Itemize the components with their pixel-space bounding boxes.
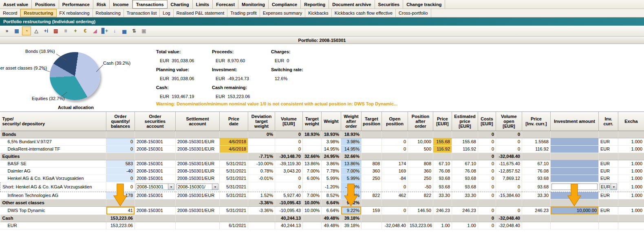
column-header-target-position[interactable]: Target position: [362, 112, 382, 131]
cell: 40,244.13: [275, 222, 303, 229]
column-header-costs-eur[interactable]: Costs [EUR]: [478, 112, 496, 131]
cell: 2008-150301/EUR: [176, 167, 220, 175]
euro-button[interactable]: €: [81, 26, 90, 35]
cell: 0: [382, 145, 408, 153]
add-info-button[interactable]: +i: [42, 26, 51, 35]
cell: 1.000: [618, 167, 644, 175]
add-button[interactable]: +: [71, 26, 80, 35]
cell: 116.92: [433, 145, 452, 153]
column-header-investment-amount[interactable]: Investment amount: [551, 112, 599, 131]
cell: [362, 199, 382, 206]
cell: [362, 222, 382, 229]
investment-amount-input[interactable]: [551, 184, 598, 190]
column-header-price-date[interactable]: Price date: [220, 112, 248, 131]
column-header-volume-open-eur[interactable]: Volume open [EUR]: [496, 112, 522, 131]
cell: [452, 131, 478, 138]
subtab-realised-p-l-statement[interactable]: Realised P&L statement: [174, 9, 228, 17]
cell: 5/31/2021: [220, 182, 248, 192]
subtab-rebalancing[interactable]: Rebalancing: [93, 9, 124, 17]
pie-chart-icon: ◔: [25, 28, 28, 34]
menu-item-forecast[interactable]: Forecast: [213, 0, 238, 9]
cell-editable[interactable]: 2008-150301/▼: [176, 182, 220, 192]
cell: [248, 214, 275, 222]
column-header-order-quantity-balances[interactable]: Order quantity/ balances: [106, 112, 135, 131]
dropdown-arrow-icon[interactable]: ▼: [212, 184, 218, 190]
workspace-button[interactable]: ▣: [139, 26, 148, 35]
download-button[interactable]: ↓: [110, 26, 119, 35]
cell[interactable]: 41: [106, 206, 135, 214]
subtab-kickbacks-cash-flow-effective[interactable]: Kickbacks cash flow effective: [332, 9, 396, 17]
column-header-estimated-price-eur[interactable]: Estimated price [EUR]: [452, 112, 478, 131]
subtab-transaction-list[interactable]: Transaction list: [124, 9, 160, 17]
hide-chart-button[interactable]: ▧: [51, 26, 60, 35]
menu-item-positions[interactable]: Positions: [32, 0, 59, 9]
combo-field[interactable]: 2008-150301/▼: [176, 184, 218, 190]
menu-item-change-tracking[interactable]: Change tracking: [403, 0, 445, 9]
menu-item-securities[interactable]: Securities: [375, 0, 404, 9]
column-header-price-eur[interactable]: Price [EUR]: [433, 112, 452, 131]
subtab-kickbacks[interactable]: Kickbacks: [305, 9, 332, 17]
cell: [618, 199, 644, 206]
menu-item-reporting[interactable]: Reporting: [301, 0, 329, 9]
cell-editable[interactable]: [551, 182, 599, 192]
menu-item-monitoring[interactable]: Monitoring: [238, 0, 269, 9]
column-header-open-position[interactable]: Open position: [382, 112, 408, 131]
column-header-price-inv-curr[interactable]: Price [Inv. curr.]: [522, 112, 551, 131]
menu-item-compliance[interactable]: Compliance: [269, 0, 301, 9]
column-header-weight-after-order[interactable]: Weight after order: [341, 112, 362, 131]
subtab-trading-profit[interactable]: Trading profit: [227, 9, 260, 17]
cell: -12,857.52: [496, 167, 522, 175]
cell: Other asset classes: [0, 199, 106, 206]
menu-item-performance[interactable]: Performance: [59, 0, 93, 9]
cell: 6.64%: [322, 199, 341, 206]
combo-field[interactable]: 2008-150301▼: [136, 184, 174, 190]
cell[interactable]: 9.22%: [341, 206, 362, 214]
cell: [362, 131, 382, 138]
column-header-target-weight[interactable]: Target weight: [303, 112, 322, 131]
menu-item-charting[interactable]: Charting: [168, 0, 193, 9]
menu-item-income[interactable]: Income: [110, 0, 132, 9]
subtab-cross-portfolio[interactable]: Cross-portfolio: [396, 9, 431, 17]
dropdown-arrow-icon[interactable]: ▼: [168, 184, 174, 190]
subtab-log[interactable]: Log: [160, 9, 173, 17]
column-header-settlement-account[interactable]: Settlement account: [176, 112, 220, 131]
cell: -32,048.40: [496, 153, 522, 160]
dropdown-arrow-icon[interactable]: ▼: [611, 184, 617, 190]
sliders-button[interactable]: ≡: [61, 26, 70, 35]
subtab-record[interactable]: Record: [0, 9, 20, 17]
column-header-position-after-order[interactable]: Position after order: [408, 112, 433, 131]
column-header-excha[interactable]: Excha: [618, 112, 644, 131]
cell: [408, 214, 433, 222]
column-header-order-securities-account[interactable]: Order securities account: [135, 112, 176, 131]
delta-button[interactable]: △: [32, 26, 41, 35]
column-header-type-security-depository[interactable]: Type/ security/ depository: [0, 112, 106, 131]
subtab-restructuring[interactable]: Restructuring: [20, 9, 56, 17]
sort-button[interactable]: ⇅: [130, 26, 139, 35]
menu-item-limits[interactable]: Limits: [193, 0, 213, 9]
subtab-fx-rebalancing[interactable]: FX rebalancing: [57, 9, 93, 17]
column-header-inv-curr[interactable]: Inv. curr.: [599, 112, 618, 131]
target-weights-button[interactable]: ▦: [12, 26, 21, 35]
bar-chart-button[interactable]: ▅: [120, 26, 129, 35]
subtab-expenses-summary[interactable]: Expenses summary: [260, 9, 306, 17]
cell: 153,223.06: [106, 214, 135, 222]
cell: [248, 145, 275, 153]
menu-item-asset-value[interactable]: Asset value: [0, 0, 32, 9]
pie-chart-button[interactable]: ◔: [22, 26, 31, 35]
chart-add-button[interactable]: ▊+: [100, 26, 109, 35]
column-header-volume-eur[interactable]: Volume [EUR]: [275, 112, 303, 131]
menu-item-document-archive[interactable]: Document archive: [329, 0, 375, 9]
cell: 67.10: [452, 160, 478, 167]
combo-field[interactable]: EUR▼: [600, 184, 617, 190]
cell: 0: [478, 182, 496, 192]
row-basf: BASF SE5832008-1503012008-150301/EUR5/31…: [0, 160, 644, 167]
cell-editable[interactable]: 2008-150301▼: [135, 182, 176, 192]
eraser-button[interactable]: ◢: [90, 26, 99, 35]
menu-item-transactions[interactable]: Transactions: [132, 0, 168, 9]
column-header-weight[interactable]: Weight: [322, 112, 341, 131]
cell-editable[interactable]: EUR▼: [599, 182, 618, 192]
menu-item-risk[interactable]: Risk: [93, 0, 110, 9]
cell[interactable]: 10,000.00: [551, 206, 599, 214]
column-header-deviation-target-weight[interactable]: Deviation target weight: [248, 112, 275, 131]
more-tools-button[interactable]: »: [2, 26, 11, 35]
